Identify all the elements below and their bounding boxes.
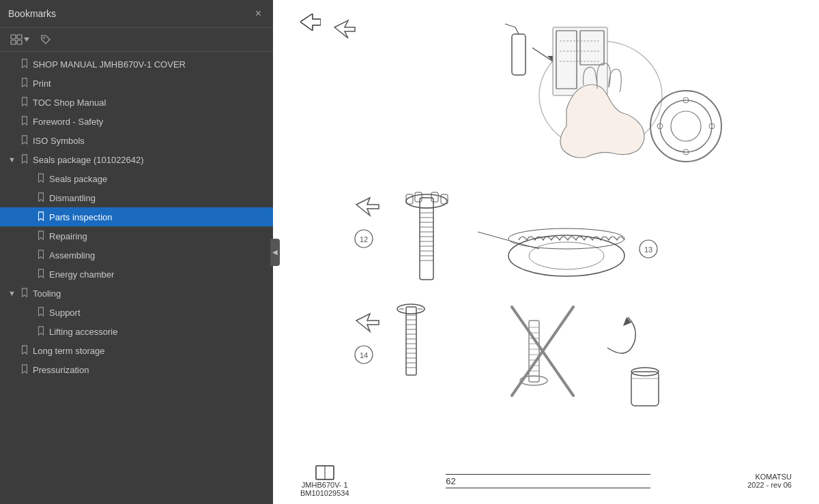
bookmark-label: Long term storage (33, 346, 105, 356)
pdf-viewer: 12 (273, 0, 819, 504)
svg-marker-7 (334, 20, 355, 38)
bookmark-item-bm-lifting[interactable]: Lifting accessorie (0, 322, 273, 341)
svg-point-5 (43, 37, 44, 38)
bookmark-icon (20, 154, 33, 166)
bookmarks-toolbar (0, 28, 273, 52)
footer-brand: KOMATSU 2022 - rev 06 (747, 473, 792, 489)
svg-text:13: 13 (644, 246, 652, 254)
bookmark-label: Seals package (49, 174, 107, 184)
bookmark-icon (37, 231, 49, 242)
expand-icon (10, 34, 23, 45)
bookmark-label: Dismantling (49, 193, 96, 203)
svg-marker-4 (24, 38, 29, 42)
tag-icon (40, 34, 51, 45)
bookmark-item-bm-seals[interactable]: Seals package (0, 169, 273, 188)
svg-rect-57 (406, 307, 416, 375)
bookmark-icon (20, 345, 33, 357)
bookmark-icon (20, 78, 33, 89)
svg-rect-2 (11, 40, 16, 44)
bookmark-item-bm-parts[interactable]: Parts inspection (0, 207, 273, 226)
bookmark-icon (37, 173, 49, 185)
svg-rect-0 (11, 35, 16, 39)
svg-marker-27 (356, 198, 379, 216)
bookmark-item-bm-dismantle[interactable]: Dismantling (0, 188, 273, 207)
expand-all-button[interactable] (7, 32, 33, 47)
svg-rect-46 (431, 192, 438, 202)
bookmark-icon (20, 116, 33, 128)
bookmarks-panel: Bookmarks × SHOP MANUAL JMHB670V-1 COVER (0, 0, 273, 504)
bookmark-icon (20, 288, 33, 299)
bookmark-icon (37, 269, 49, 280)
bookmark-label: Seals package (101022642) (33, 155, 144, 165)
dropdown-arrow-icon (24, 37, 29, 42)
bookmark-icon (20, 364, 33, 376)
bookmark-item-bm-cover[interactable]: SHOP MANUAL JMHB670V-1 COVER (0, 55, 273, 74)
bookmark-item-bm-press[interactable]: Pressurization (0, 360, 273, 379)
bookmark-label: Lifting accessorie (49, 327, 117, 337)
bookmark-item-bm-fwd[interactable]: Foreword - Safety (0, 112, 273, 131)
svg-text:12: 12 (360, 235, 368, 243)
bookmark-item-bm-lts[interactable]: Long term storage (0, 341, 273, 360)
bookmark-icon (20, 97, 33, 108)
bookmark-label: TOC Shop Manual (33, 98, 106, 108)
footer-model: JMHB670V- 1 (302, 481, 348, 489)
svg-rect-1 (17, 35, 22, 39)
svg-point-20 (650, 91, 721, 162)
svg-point-50 (529, 242, 604, 269)
bookmark-label: Print (33, 78, 51, 89)
pdf-page: 12 (273, 0, 819, 504)
svg-line-12 (532, 48, 553, 61)
svg-marker-54 (356, 314, 379, 331)
bookmark-item-bm-tooling[interactable]: ▼ Tooling (0, 284, 273, 303)
svg-rect-88 (631, 372, 659, 406)
footer-page-number: 62 (446, 473, 650, 490)
bookmark-list: SHOP MANUAL JMHB670V-1 COVER Print TOC S… (0, 52, 273, 504)
tag-button[interactable] (37, 32, 55, 47)
svg-point-22 (671, 111, 701, 141)
bookmark-label: Parts inspection (49, 212, 113, 222)
svg-rect-45 (415, 192, 422, 202)
bookmark-label: Assembling (49, 250, 95, 261)
bookmark-label: Tooling (33, 288, 61, 299)
bookmark-icon (37, 211, 49, 223)
svg-rect-30 (420, 198, 433, 280)
svg-point-21 (660, 100, 712, 152)
bookmark-icon (37, 192, 49, 204)
bookmark-item-bm-repair[interactable]: Repairing (0, 226, 273, 246)
page-illustration: 12 (314, 7, 778, 450)
bookmark-item-bm-toc[interactable]: TOC Shop Manual (0, 93, 273, 112)
svg-rect-73 (529, 321, 539, 382)
expand-arrow-icon[interactable]: ▼ (8, 155, 18, 164)
close-button[interactable]: × (252, 7, 265, 20)
svg-rect-3 (17, 40, 22, 44)
panel-title: Bookmarks (8, 8, 56, 19)
svg-marker-87 (623, 317, 631, 326)
bookmark-label: ISO Symbols (33, 136, 85, 146)
footer-doc-id: BM101029534 (300, 489, 349, 497)
svg-rect-9 (512, 34, 526, 75)
panel-header: Bookmarks × (0, 0, 273, 28)
book-icon (315, 464, 335, 481)
expand-arrow-icon[interactable]: ▼ (8, 289, 18, 297)
bookmark-item-bm-seals-parent[interactable]: ▼ Seals package (101022642) (0, 150, 273, 169)
bookmark-label: Repairing (49, 231, 87, 241)
bookmark-icon (37, 326, 49, 338)
footer-left: JMHB670V- 1 BM101029534 (300, 464, 349, 497)
bookmark-item-bm-iso[interactable]: ISO Symbols (0, 131, 273, 150)
svg-line-11 (505, 24, 515, 27)
bookmark-icon (37, 250, 49, 261)
collapse-handle[interactable]: ◀ (270, 239, 280, 266)
bookmark-item-bm-energy[interactable]: Energy chamber (0, 265, 273, 284)
svg-line-10 (515, 27, 519, 34)
bookmark-label: Pressurization (33, 365, 89, 375)
bookmark-label: Foreword - Safety (33, 117, 103, 127)
bookmark-item-bm-print[interactable]: Print (0, 74, 273, 93)
bookmark-item-bm-support[interactable]: Support (0, 303, 273, 322)
svg-text:14: 14 (360, 351, 368, 359)
svg-point-49 (508, 235, 624, 276)
bookmark-icon (37, 307, 49, 318)
bookmark-icon (20, 59, 33, 70)
bookmark-label: Support (49, 308, 81, 318)
bookmark-item-bm-assemble[interactable]: Assembling (0, 246, 273, 265)
bookmark-label: SHOP MANUAL JMHB670V-1 COVER (33, 59, 186, 70)
